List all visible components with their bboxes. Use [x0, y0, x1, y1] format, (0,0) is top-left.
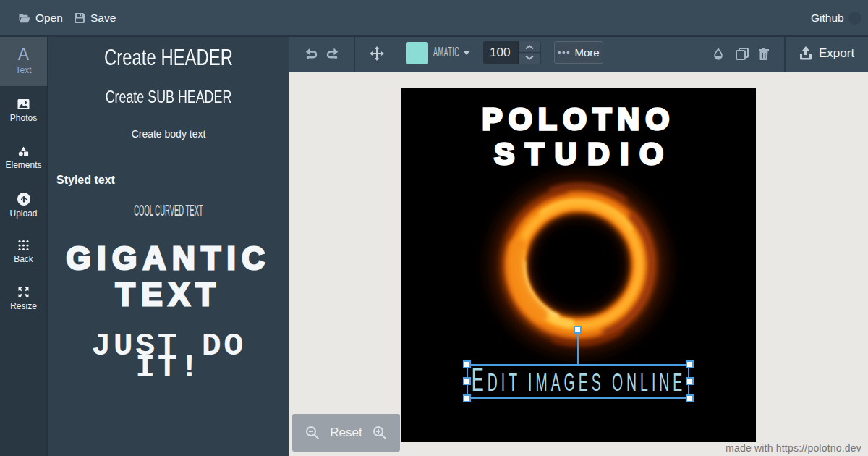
svg-text:AMATIC: AMATIC [433, 45, 459, 59]
svg-text:COOL CURVED TEXT: COOL CURVED TEXT [134, 202, 203, 220]
